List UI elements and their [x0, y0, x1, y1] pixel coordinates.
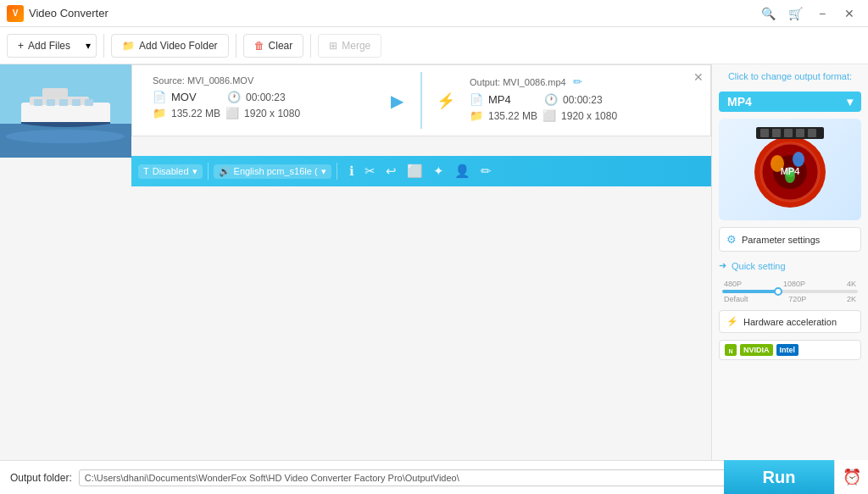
- output-format-label[interactable]: Click to change output format:: [719, 71, 861, 81]
- source-format: MOV: [171, 91, 222, 103]
- format-preview: MP4: [719, 119, 861, 220]
- svg-rect-9: [72, 99, 81, 106]
- label-default: Default: [724, 295, 748, 303]
- effect-icon[interactable]: ✦: [433, 164, 444, 179]
- format-label: MP4: [727, 95, 752, 108]
- main-area: ✕ Source: MVI_0086.MOV 📄 MOV 🕐 00:00:23 …: [0, 64, 868, 460]
- add-video-folder-button[interactable]: 📁 Add Video Folder: [111, 34, 229, 58]
- format-selector[interactable]: MP4 ▾: [719, 92, 861, 112]
- quick-setting-text: Quick setting: [732, 261, 786, 271]
- statusbar: Output folder: ▾ 📂 ⏱ Run ⏰: [0, 460, 868, 494]
- thumbnail-image: [0, 64, 131, 158]
- source-duration: 00:00:23: [246, 92, 286, 103]
- source-format-row: 📄 MOV 🕐 00:00:23: [153, 91, 373, 103]
- clock-icon-2: 🕐: [544, 93, 558, 106]
- mp4-preview: MP4: [752, 125, 828, 214]
- output-format: MP4: [488, 93, 539, 106]
- crop-icon[interactable]: ⬜: [407, 164, 423, 179]
- text-icon: T: [143, 166, 149, 176]
- svg-rect-10: [85, 99, 93, 106]
- output-path-input[interactable]: [79, 469, 771, 486]
- cart-icon[interactable]: 🛒: [783, 4, 807, 23]
- merge-button[interactable]: ⊞ Merge: [318, 34, 381, 58]
- label-2k: 2K: [847, 295, 856, 303]
- alarm-button[interactable]: ⏰: [834, 460, 868, 494]
- toolbar-divider-1: [103, 34, 104, 58]
- format-dropdown-arrow: ▾: [847, 95, 853, 108]
- app-title: Video Converter: [29, 7, 108, 19]
- quality-slider[interactable]: [722, 290, 858, 293]
- right-arrow-icon: ▶: [391, 91, 403, 111]
- nvidia-intel-badges: N NVIDIA Intel: [719, 340, 861, 360]
- rotate-icon[interactable]: ↩: [386, 164, 397, 179]
- format-icon: 📄: [153, 91, 166, 103]
- label-480p: 480P: [724, 280, 742, 288]
- minimize-button[interactable]: −: [810, 4, 834, 23]
- source-label: Source: MVI_0086.MOV: [153, 75, 373, 86]
- clear-button[interactable]: 🗑 Clear: [243, 34, 304, 58]
- titlebar-left: V Video Converter: [7, 5, 108, 22]
- video-thumbnail: [0, 64, 131, 158]
- quality-thumb[interactable]: [774, 287, 782, 296]
- quality-slider-container: 480P 1080P 4K Default 720P 2K: [719, 280, 861, 303]
- label-4k: 4K: [847, 280, 856, 288]
- add-video-folder-label: Add Video Folder: [139, 40, 218, 52]
- svg-rect-21: [760, 129, 769, 137]
- ctrl-sep: [208, 163, 209, 180]
- subtitle-icon[interactable]: ✏: [481, 164, 492, 179]
- svg-rect-7: [47, 99, 55, 106]
- audio-icon: 🔊: [219, 166, 231, 177]
- clock-icon-1: 🕐: [227, 91, 241, 103]
- merge-icon: ⊞: [329, 40, 337, 52]
- flash-arrow: ⚡: [429, 72, 463, 129]
- svg-text:N: N: [728, 348, 732, 354]
- close-button[interactable]: ✕: [837, 4, 861, 23]
- nvidia-logo-icon: N: [725, 344, 737, 356]
- hardware-acceleration-label: Hardware acceleration: [743, 317, 837, 327]
- ctrl-sep-2: [337, 163, 337, 180]
- trash-icon: 🗑: [254, 40, 264, 52]
- file-card: ✕ Source: MVI_0086.MOV 📄 MOV 🕐 00:00:23 …: [131, 64, 711, 136]
- toolbar-divider-2: [236, 34, 236, 58]
- source-size-row: 📁 135.22 MB ⬜ 1920 x 1080: [153, 107, 373, 119]
- hardware-acceleration-button[interactable]: ⚡ Hardware acceleration: [719, 310, 861, 333]
- svg-rect-8: [59, 99, 68, 106]
- resize-icon-2: ⬜: [542, 109, 556, 122]
- file-card-content: Source: MVI_0086.MOV 📄 MOV 🕐 00:00:23 📁 …: [132, 65, 710, 136]
- format-icon-2: 📄: [470, 93, 483, 106]
- add-files-button[interactable]: + Add Files: [7, 34, 81, 58]
- source-size: 135.22 MB: [171, 108, 220, 119]
- toolbar: + Add Files ▾ 📁 Add Video Folder 🗑 Clear…: [0, 27, 868, 64]
- add-files-dropdown[interactable]: ▾: [81, 34, 97, 58]
- svg-rect-24: [796, 129, 804, 137]
- parameter-settings-button[interactable]: ⚙ Parameter settings: [719, 227, 861, 252]
- svg-point-2: [6, 130, 125, 143]
- svg-text:MP4: MP4: [781, 166, 801, 176]
- titlebar: V Video Converter 🔍 🛒 − ✕: [0, 0, 868, 27]
- source-resolution: 1920 x 1080: [244, 108, 300, 119]
- convert-arrow: ▶: [380, 72, 414, 129]
- info-icon[interactable]: ℹ: [349, 164, 354, 179]
- output-label-row: Output: MVI_0086.mp4 ✏: [470, 75, 690, 88]
- svg-point-17: [793, 152, 804, 167]
- controls-bar: T Disabled ▾ 🔊 English pcm_s16le ( ▾ ℹ ✂…: [131, 156, 711, 186]
- titlebar-controls: 🔍 🛒 − ✕: [756, 4, 861, 23]
- output-size-row: 📁 135.22 MB ⬜ 1920 x 1080: [470, 109, 690, 122]
- output-folder-label: Output folder:: [10, 472, 72, 484]
- svg-rect-25: [808, 129, 816, 137]
- file-area: ✕ Source: MVI_0086.MOV 📄 MOV 🕐 00:00:23 …: [0, 64, 711, 460]
- edit-icon[interactable]: ✏: [573, 75, 582, 88]
- audio-dropdown-arrow: ▾: [321, 166, 326, 177]
- disabled-dropdown[interactable]: T Disabled ▾: [138, 164, 203, 179]
- svg-rect-22: [772, 129, 781, 137]
- label-1080p: 1080P: [783, 280, 805, 288]
- arrow-right-icon: ➜: [719, 260, 726, 271]
- audio-dropdown[interactable]: 🔊 English pcm_s16le ( ▾: [214, 164, 331, 179]
- cut-icon[interactable]: ✂: [364, 164, 376, 179]
- svg-rect-5: [42, 88, 68, 98]
- run-button[interactable]: Run: [724, 460, 834, 494]
- resize-icon-1: ⬜: [225, 107, 239, 119]
- search-icon[interactable]: 🔍: [756, 4, 780, 23]
- file-card-close[interactable]: ✕: [693, 70, 704, 84]
- watermark-icon[interactable]: 👤: [454, 164, 470, 179]
